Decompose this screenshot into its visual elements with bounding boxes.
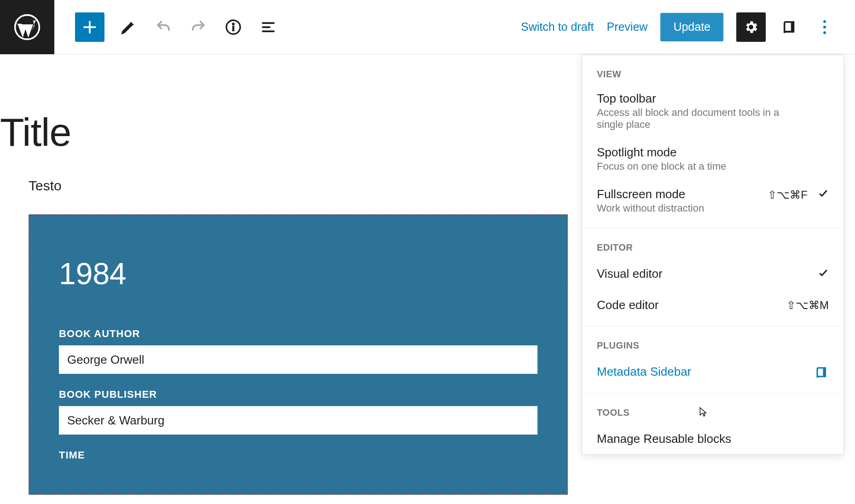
plus-icon (81, 19, 98, 35)
menu-item-spotlight[interactable]: Spotlight mode Focus on one block at a t… (582, 139, 843, 181)
menu-item-label: Code editor (597, 298, 659, 312)
outline-button[interactable] (257, 16, 279, 38)
menu-item-manage-reusable[interactable]: Manage Reusable blocks (582, 424, 843, 454)
menu-item-description: Focus on one block at a time (597, 160, 726, 172)
menu-item-top-toolbar[interactable]: Top toolbar Access all block and documen… (582, 85, 843, 139)
undo-icon (155, 19, 172, 35)
list-view-icon (260, 19, 277, 35)
menu-item-metadata-sidebar[interactable]: Metadata Sidebar (582, 356, 843, 388)
update-button[interactable]: Update (660, 13, 723, 41)
block-heading: 1984 (59, 256, 537, 291)
redo-icon (190, 19, 207, 35)
menu-item-description: Work without distraction (597, 202, 704, 214)
book-icon (782, 19, 797, 35)
menu-item-label: Visual editor (597, 267, 663, 281)
more-menu-button[interactable] (814, 16, 836, 38)
menu-header-plugins: PLUGINS (582, 326, 843, 356)
menu-header-editor: EDITOR (582, 229, 843, 258)
wordpress-logo[interactable] (0, 0, 54, 54)
pencil-icon (120, 19, 137, 35)
info-button[interactable] (222, 16, 244, 38)
menu-header-tools: TOOLS (582, 394, 843, 424)
svg-rect-5 (823, 368, 826, 377)
preview-button[interactable]: Preview (607, 20, 647, 34)
metadata-block[interactable]: 1984 BOOK AUTHOR BOOK PUBLISHER TIME (29, 214, 568, 495)
wordpress-icon (13, 13, 41, 41)
menu-header-view: VIEW (582, 55, 843, 85)
publisher-label: BOOK PUBLISHER (59, 389, 537, 401)
menu-item-label: Metadata Sidebar (597, 365, 691, 379)
menu-item-label: Manage Reusable blocks (597, 432, 731, 446)
check-icon (818, 268, 829, 281)
add-block-button[interactable] (75, 12, 104, 42)
author-label: BOOK AUTHOR (59, 328, 537, 340)
keyboard-shortcut: ⇧⌥⌘M (786, 299, 829, 312)
author-input[interactable] (59, 345, 537, 374)
book-icon (815, 366, 829, 379)
gear-icon (743, 19, 759, 35)
dots-vertical-icon (823, 19, 826, 35)
menu-item-label: Top toolbar (597, 92, 790, 106)
check-icon (818, 188, 829, 202)
info-icon (225, 19, 242, 35)
svg-rect-4 (791, 22, 794, 31)
svg-point-2 (232, 23, 235, 25)
options-menu: VIEW Top toolbar Access all block and do… (582, 55, 844, 455)
menu-item-description: Access all block and document tools in a… (597, 107, 790, 131)
settings-button[interactable] (736, 12, 766, 42)
top-toolbar: Switch to draft Preview Update (0, 0, 855, 54)
plugin-sidebar-button[interactable] (779, 16, 801, 38)
undo-button[interactable] (152, 16, 174, 38)
menu-item-label: Fullscreen mode (597, 187, 704, 201)
time-label: TIME (59, 449, 537, 461)
toolbar-left (54, 12, 279, 42)
redo-button[interactable] (187, 16, 209, 38)
switch-to-draft-button[interactable]: Switch to draft (521, 20, 594, 34)
menu-item-label: Spotlight mode (597, 145, 726, 160)
keyboard-shortcut: ⇧⌥⌘F (768, 189, 808, 201)
menu-item-code-editor[interactable]: Code editor ⇧⌥⌘M (582, 290, 843, 321)
edit-button[interactable] (117, 16, 139, 38)
publisher-input[interactable] (59, 406, 537, 435)
menu-item-visual-editor[interactable]: Visual editor (582, 258, 843, 290)
menu-item-fullscreen[interactable]: Fullscreen mode Work without distraction… (582, 181, 843, 223)
svg-rect-3 (233, 26, 234, 31)
toolbar-right: Switch to draft Preview Update (521, 12, 855, 42)
